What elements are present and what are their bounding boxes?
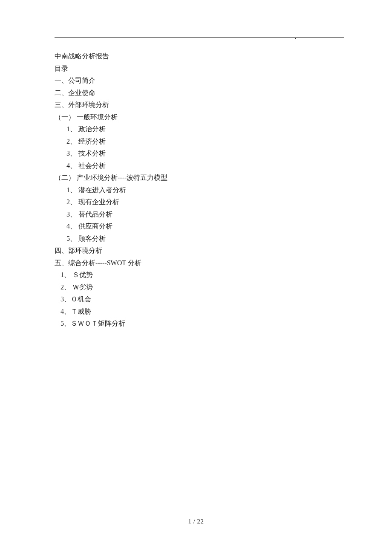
toc-item: 二、企业使命 [55,87,344,99]
header-divider [55,38,344,38]
toc-item: 3、 技术分析 [55,147,344,160]
toc-item: 4、Ｔ威胁 [55,306,344,318]
toc-item: （二） 产业环境分析----波特五力模型 [55,172,344,184]
toc-item: 2、 现有企业分析 [55,196,344,208]
toc-item: 4、 社会分析 [55,160,344,172]
toc-item: 三、外部环境分析 [55,99,344,111]
toc-item: 一、公司简介 [55,75,344,87]
toc-item: 2、 Ｗ劣势 [55,281,344,294]
document-page: . 中南战略分析报告 目录 一、公司简介 二、企业使命 三、外部环境分析 （一）… [0,0,392,555]
toc-item: 1、 政治分析 [55,123,344,136]
toc-heading: 目录 [55,63,344,75]
toc-item: 3、 替代品分析 [55,208,344,221]
toc-item: 五、综合分析-----SWOT 分析 [55,257,344,269]
toc-item: （一） 一般环境分析 [55,111,344,124]
toc-item: 1、 潜在进入者分析 [55,184,344,197]
toc-item: 2、 经济分析 [55,136,344,148]
toc-item: 5、ＳＷＯＴ矩阵分析 [55,318,344,330]
document-content: 中南战略分析报告 目录 一、公司简介 二、企业使命 三、外部环境分析 （一） 一… [55,50,344,330]
toc-item: 5、 顾客分析 [55,233,344,245]
toc-item: 4、 供应商分析 [55,220,344,233]
page-number: 1 / 22 [0,518,392,525]
doc-title: 中南战略分析报告 [55,50,344,63]
toc-item: 四、部环境分析 [55,245,344,257]
toc-item: 1、 Ｓ优势 [55,269,344,281]
toc-item: 3、Ｏ机会 [55,293,344,306]
